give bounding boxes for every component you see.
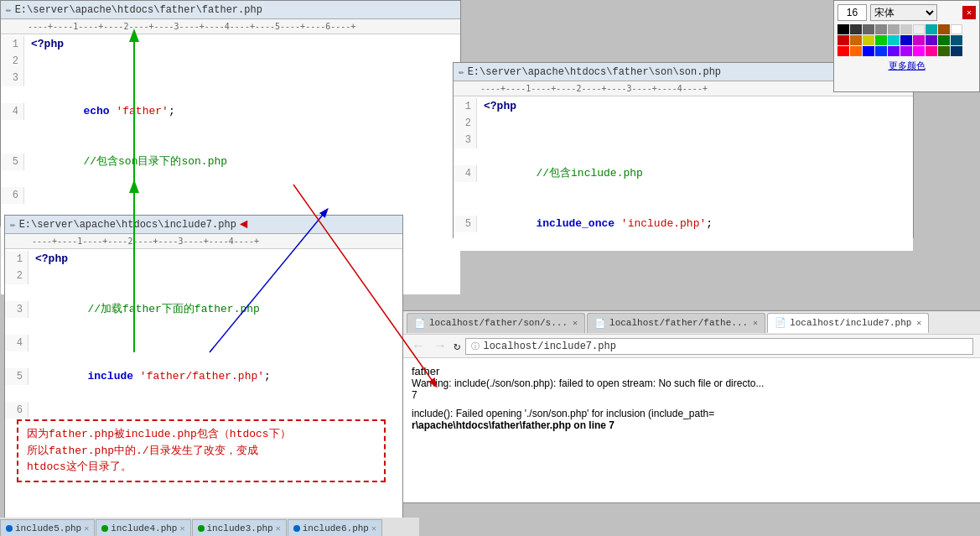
father-linenum-5: 5 (1, 154, 24, 170)
son-line-4: 4 //包含include.php (454, 148, 913, 199)
father-line-6: 6 (1, 187, 460, 204)
color-cell-gray2[interactable] (875, 24, 887, 34)
color-grid (837, 24, 976, 56)
address-text: localhost/include7.php (483, 341, 615, 352)
include7-editor-ruler: ----+----1----+----2----+----3----+----4… (5, 234, 402, 249)
font-name-select[interactable]: 宋体 (870, 4, 937, 21)
refresh-button[interactable]: ↻ (454, 339, 460, 353)
father-code-5: //包含son目录下的son.php (24, 137, 227, 187)
father-linenum-6: 6 (1, 187, 24, 204)
color-cell-purple[interactable] (926, 35, 937, 45)
include7-code-area[interactable]: 1 <?php 2 3 //加载father下面的father.php 4 5 … (5, 249, 402, 437)
color-cell-gray1[interactable] (863, 24, 874, 34)
browser-line-num: 7 (412, 389, 972, 401)
browser-error-2: r\apache\htdocs\father\father.php on lin… (412, 419, 972, 431)
son-linenum-2: 2 (454, 115, 477, 132)
tab-2-close[interactable]: ✕ (753, 318, 758, 328)
color-cell-yellow[interactable] (863, 35, 874, 45)
son-pencil-icon: ✏ (459, 66, 464, 77)
color-cell-brightorange[interactable] (850, 46, 862, 56)
son-line-5: 5 include_once 'include.php'; (454, 199, 913, 249)
browser-output-father: father (412, 365, 972, 377)
color-cell-darkgreen[interactable] (938, 35, 950, 45)
browser-tab-3[interactable]: 📄 localhost/include7.php ✕ (767, 313, 929, 333)
tab-1-close[interactable]: ✕ (573, 318, 578, 328)
color-cell-brown[interactable] (938, 24, 950, 34)
color-cell-gray3[interactable] (888, 24, 900, 34)
editor-tab-include6[interactable]: include6.php ✕ (288, 519, 382, 536)
color-cell-black[interactable] (837, 24, 849, 34)
color-cell-cyan[interactable] (888, 35, 900, 45)
include7-line-2: 2 (5, 268, 402, 284)
editor-tab-include4[interactable]: include4.php ✕ (96, 519, 190, 536)
color-cell-red[interactable] (837, 35, 849, 45)
editor-tab-include3[interactable]: include3.php ✕ (192, 519, 287, 536)
include7-line-5: 5 include 'father/father.php'; (5, 351, 402, 402)
color-cell-olive[interactable] (938, 46, 950, 56)
include7-editor-title: E:\server\apache\htdocs\include7.php (19, 219, 236, 231)
color-cell-teal[interactable] (926, 24, 937, 34)
include7-linenum-2: 2 (5, 268, 29, 284)
back-button[interactable]: ← (410, 339, 427, 354)
include7-linenum-6: 6 (5, 402, 29, 419)
editor-tab-include4-label: include4.php (111, 523, 177, 533)
father-linenum-1: 1 (1, 36, 24, 53)
color-cell-violet[interactable] (900, 46, 912, 56)
color-cell-orange[interactable] (850, 35, 862, 45)
color-cell-darkcyan[interactable] (951, 35, 962, 45)
son-code-4: //包含include.php (477, 148, 643, 199)
tab-include4-close[interactable]: ✕ (179, 523, 184, 533)
father-linenum-3: 3 (1, 70, 24, 86)
more-colors-button[interactable]: 更多颜色 (837, 60, 976, 72)
tab-include5-close[interactable]: ✕ (84, 523, 89, 533)
color-cell-navy[interactable] (951, 46, 962, 56)
include7-line-3: 3 //加载father下面的father.php (5, 284, 402, 335)
color-cell-light[interactable] (913, 24, 925, 34)
color-cell-gray4[interactable] (900, 24, 912, 34)
son-editor-title: E:\server\apache\htdocs\father\son\son.p… (468, 66, 721, 78)
font-size-input[interactable] (837, 4, 867, 21)
father-line-5: 5 //包含son目录下的son.php (1, 137, 460, 187)
arrow-pointer-icon: ◄ (240, 217, 248, 232)
son-linenum-3: 3 (454, 132, 477, 148)
browser-addressbar: ← → ↻ ⓘ localhost/include7.php (403, 335, 980, 358)
color-cell-dark[interactable] (850, 24, 862, 34)
include7-linenum-1: 1 (5, 251, 29, 268)
browser-tab-2[interactable]: 📄 localhost/father/fathe... ✕ (587, 313, 765, 333)
color-cell-indigo[interactable] (888, 46, 900, 56)
tab-include3-close[interactable]: ✕ (276, 523, 281, 533)
include7-editor: ✏ E:\server\apache\htdocs\include7.php ◄… (4, 215, 403, 536)
include7-pencil-icon: ✏ (10, 219, 16, 230)
close-button[interactable]: ✕ (962, 6, 976, 19)
son-line-3: 3 (454, 132, 913, 148)
father-editor-titlebar: ✏ E:\server\apache\htdocs\father\father.… (1, 1, 460, 19)
browser-error-1: include(): Failed opening './son/son.php… (412, 408, 972, 419)
tab-dot-include3 (198, 525, 205, 532)
color-cell-white[interactable] (951, 24, 962, 34)
color-cell-brightred[interactable] (837, 46, 849, 56)
color-cell-brightblue[interactable] (863, 46, 874, 56)
son-code-area[interactable]: 1 <?php 2 3 4 //包含include.php 5 include_… (454, 96, 913, 251)
color-cell-magenta[interactable] (913, 35, 925, 45)
color-cell-green[interactable] (875, 35, 887, 45)
father-linenum-4: 4 (1, 103, 24, 120)
tab-3-close[interactable]: ✕ (916, 318, 921, 328)
include7-line-6: 6 (5, 402, 402, 419)
include7-ruler-content: ----+----1----+----2----+----3----+----4… (32, 237, 259, 246)
color-cell-blue[interactable] (900, 35, 912, 45)
forward-button[interactable]: → (432, 339, 449, 354)
editor-tab-include5[interactable]: include5.php ✕ (0, 519, 95, 536)
father-editor: ✏ E:\server\apache\htdocs\father\father.… (0, 0, 461, 226)
tab-dot-include6 (293, 525, 300, 532)
color-cell-royalblue[interactable] (875, 46, 887, 56)
address-bar[interactable]: ⓘ localhost/include7.php (465, 338, 973, 355)
son-ruler-content: ----+----1----+----2----+----3----+----4… (480, 84, 708, 93)
include7-editor-titlebar: ✏ E:\server\apache\htdocs\include7.php ◄ (5, 216, 402, 234)
browser-tab-1[interactable]: 📄 localhost/father/son/s... ✕ (407, 313, 585, 333)
father-line-4: 4 echo 'father'; (1, 86, 460, 137)
tab-include6-close[interactable]: ✕ (371, 523, 376, 533)
tab-2-icon: 📄 (594, 318, 606, 329)
color-cell-hotpink[interactable] (926, 46, 937, 56)
color-cell-fuchsia[interactable] (913, 46, 925, 56)
include7-line-1: 1 <?php (5, 251, 402, 268)
